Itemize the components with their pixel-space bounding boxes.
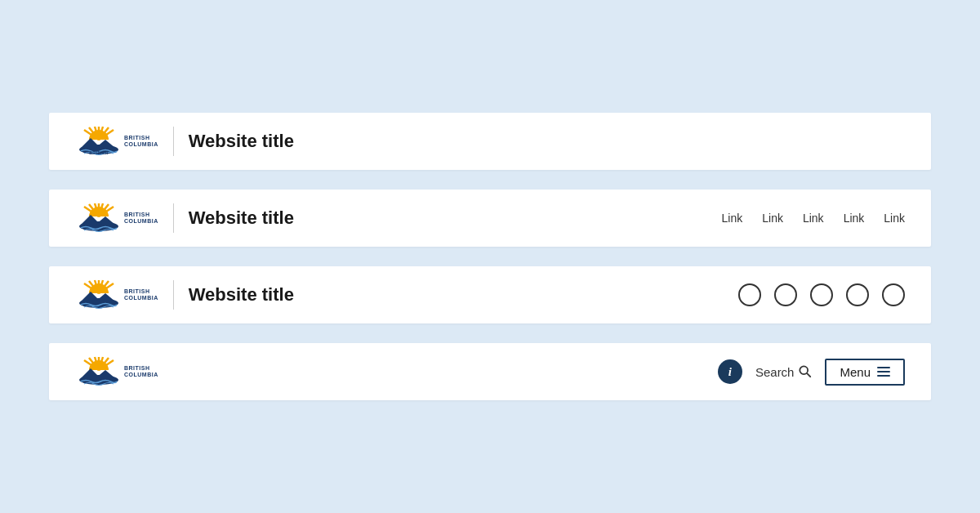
logo-text-columbia: COLUMBIA — [124, 141, 158, 148]
logo-area-4[interactable]: BRITISH COLUMBIA — [75, 355, 158, 388]
nav-link-4[interactable]: Link — [844, 212, 865, 225]
menu-label: Menu — [840, 365, 871, 379]
nav-link-1[interactable]: Link — [722, 212, 743, 225]
bc-logo-icon-3 — [75, 279, 122, 311]
nav-icon-circles — [738, 283, 905, 306]
logo-text-columbia-2: COLUMBIA — [124, 218, 158, 225]
menu-button[interactable]: Menu — [825, 359, 905, 386]
svg-text:BRITISH: BRITISH — [89, 150, 109, 155]
logo-text-columbia-4: COLUMBIA — [124, 372, 158, 378]
bc-logo-icon: BRITISH — [75, 125, 122, 158]
logo-area-3[interactable]: BRITISH COLUMBIA — [75, 279, 158, 311]
bc-logo-icon-2 — [75, 202, 122, 234]
svg-marker-20 — [96, 216, 115, 225]
nav-icon-circle-2[interactable] — [774, 283, 797, 306]
header-bar-3: BRITISH COLUMBIA Website title — [49, 266, 931, 323]
utility-area: i Search Menu — [718, 359, 905, 386]
search-label: Search — [755, 365, 795, 379]
svg-marker-9 — [96, 140, 115, 148]
nav-icon-circle-5[interactable] — [882, 283, 905, 306]
logo-divider-1 — [173, 127, 174, 156]
bc-logo-icon-4 — [75, 355, 122, 388]
logo-text-british: BRITISH — [124, 135, 158, 141]
header-bar-1: BRITISH BRITISH COLUMBIA Website title — [49, 113, 931, 170]
logo-area-2[interactable]: BRITISH COLUMBIA — [75, 202, 158, 234]
header-bar-4: BRITISH COLUMBIA i Search Menu — [49, 343, 931, 400]
search-icon — [799, 365, 812, 378]
nav-icon-circle-1[interactable] — [738, 283, 761, 306]
search-button[interactable]: Search — [755, 365, 813, 379]
menu-lines-icon — [877, 367, 890, 377]
header-bar-2: BRITISH COLUMBIA Website title Link Link… — [49, 190, 931, 247]
website-title-1: Website title — [189, 131, 294, 152]
menu-line-2 — [877, 371, 890, 372]
svg-marker-40 — [96, 370, 115, 378]
info-icon: i — [728, 366, 732, 378]
svg-line-42 — [808, 373, 811, 377]
logo-text-columbia-3: COLUMBIA — [124, 295, 158, 301]
menu-line-1 — [877, 367, 890, 368]
logo-text-british-4: BRITISH — [124, 365, 158, 372]
info-button[interactable]: i — [718, 359, 742, 384]
website-title-3: Website title — [189, 284, 294, 306]
nav-link-2[interactable]: Link — [762, 212, 783, 225]
logo-divider-2 — [173, 203, 174, 233]
logo-area-1[interactable]: BRITISH BRITISH COLUMBIA — [75, 125, 158, 158]
nav-link-5[interactable]: Link — [884, 212, 905, 225]
nav-link-3[interactable]: Link — [803, 212, 824, 225]
nav-icon-circle-4[interactable] — [846, 283, 869, 306]
nav-links-bar-2: Link Link Link Link Link — [722, 212, 905, 225]
svg-marker-30 — [96, 293, 115, 301]
nav-icon-circle-3[interactable] — [810, 283, 833, 306]
logo-text-british-3: BRITISH — [124, 288, 158, 295]
website-title-2: Website title — [189, 207, 294, 229]
menu-line-3 — [877, 375, 890, 377]
logo-text-british-2: BRITISH — [124, 212, 158, 218]
logo-divider-3 — [173, 280, 174, 310]
